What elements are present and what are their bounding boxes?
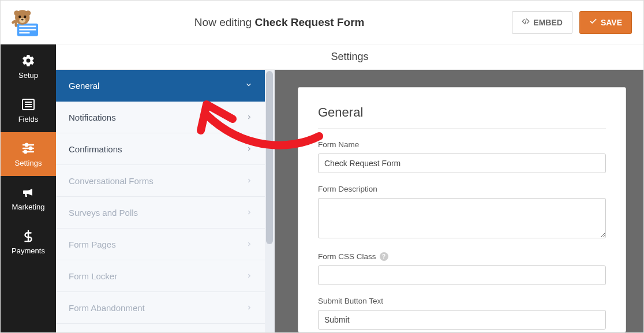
embed-icon [522, 17, 530, 27]
gear-icon [21, 54, 35, 68]
now-editing-text: Now editing [194, 16, 252, 28]
svg-rect-2 [19, 28, 36, 30]
dollar-icon [21, 229, 35, 243]
settings-item-general[interactable]: General [56, 70, 265, 102]
sliders-icon [21, 141, 35, 155]
css-class-label: Form CSS Class [318, 252, 376, 261]
save-label: SAVE [601, 18, 622, 27]
nav-payments[interactable]: Payments [1, 220, 56, 264]
svg-point-6 [25, 10, 31, 16]
settings-item-notifications[interactable]: Notifications [56, 102, 265, 133]
page-title: Settings [56, 44, 643, 70]
embed-button[interactable]: EMBED [512, 11, 572, 34]
bullhorn-icon [21, 185, 35, 199]
preview-area: General Form Name Form Description Form … [275, 70, 643, 332]
settings-item-label: Form Pages [69, 240, 246, 249]
settings-scrollbar[interactable] [265, 70, 274, 332]
header-title: Now editing Check Request Form [47, 16, 512, 29]
chevron-right-icon [246, 176, 252, 185]
chevron-right-icon [246, 240, 252, 249]
svg-point-5 [14, 10, 19, 16]
app-header: Now editing Check Request Form EMBED SAV… [1, 1, 643, 44]
general-settings-panel: General Form Name Form Description Form … [298, 87, 626, 332]
nav-rail: Setup Fields Settings Marketing [1, 44, 56, 332]
nav-payments-label: Payments [12, 246, 45, 255]
settings-item-label: General [69, 81, 245, 91]
settings-list: General Notifications Conf [56, 70, 275, 332]
settings-item-label: Notifications [69, 113, 246, 122]
list-icon [21, 98, 35, 111]
svg-point-19 [29, 147, 32, 149]
settings-item-label: Form Locker [69, 271, 246, 281]
svg-point-8 [24, 15, 26, 17]
chevron-down-icon [245, 81, 252, 90]
settings-item-label: Form Abandonment [69, 303, 246, 313]
form-description-input[interactable] [318, 198, 606, 238]
scroll-thumb[interactable] [266, 71, 273, 244]
settings-item-label: Conversational Forms [69, 176, 246, 186]
panel-heading: General [318, 105, 606, 129]
nav-fields-label: Fields [18, 115, 39, 124]
help-icon[interactable]: ? [380, 252, 388, 261]
chevron-right-icon [246, 144, 252, 154]
settings-item-surveys[interactable]: Surveys and Polls [56, 197, 265, 229]
chevron-right-icon [246, 113, 252, 122]
form-desc-label: Form Description [318, 185, 606, 193]
settings-item-form-pages[interactable]: Form Pages [56, 229, 265, 260]
chevron-right-icon [246, 271, 252, 280]
nav-fields[interactable]: Fields [1, 88, 56, 132]
nav-setup-label: Setup [18, 71, 38, 80]
svg-point-21 [24, 150, 27, 153]
settings-item-conversational-forms[interactable]: Conversational Forms [56, 165, 265, 197]
svg-point-17 [25, 143, 28, 146]
settings-item-form-abandonment[interactable]: Form Abandonment [56, 292, 265, 324]
check-icon [589, 17, 597, 27]
chevron-right-icon [246, 208, 252, 217]
embed-label: EMBED [533, 18, 563, 27]
settings-item-label: Surveys and Polls [69, 208, 246, 218]
form-name-input[interactable] [318, 154, 606, 173]
svg-rect-1 [19, 25, 36, 27]
svg-point-7 [18, 15, 21, 17]
svg-rect-3 [19, 32, 29, 33]
nav-settings[interactable]: Settings [1, 132, 56, 176]
settings-item-label: Confirmations [69, 144, 246, 154]
brand-logo [6, 5, 47, 40]
settings-item-form-locker[interactable]: Form Locker [56, 260, 265, 292]
chevron-right-icon [246, 303, 252, 312]
form-css-class-input[interactable] [318, 265, 606, 285]
form-name-label: Form Name [318, 140, 606, 149]
nav-setup[interactable]: Setup [1, 44, 56, 88]
nav-marketing-label: Marketing [12, 203, 44, 211]
submit-button-text-input[interactable] [318, 310, 606, 330]
nav-settings-label: Settings [15, 159, 42, 167]
submit-text-label: Submit Button Text [318, 297, 606, 305]
nav-marketing[interactable]: Marketing [1, 176, 56, 220]
settings-item-confirmations[interactable]: Confirmations [56, 133, 265, 165]
svg-line-11 [525, 18, 526, 24]
save-button[interactable]: SAVE [579, 11, 632, 34]
editing-form-name: Check Request Form [254, 16, 364, 28]
svg-point-10 [21, 18, 24, 20]
